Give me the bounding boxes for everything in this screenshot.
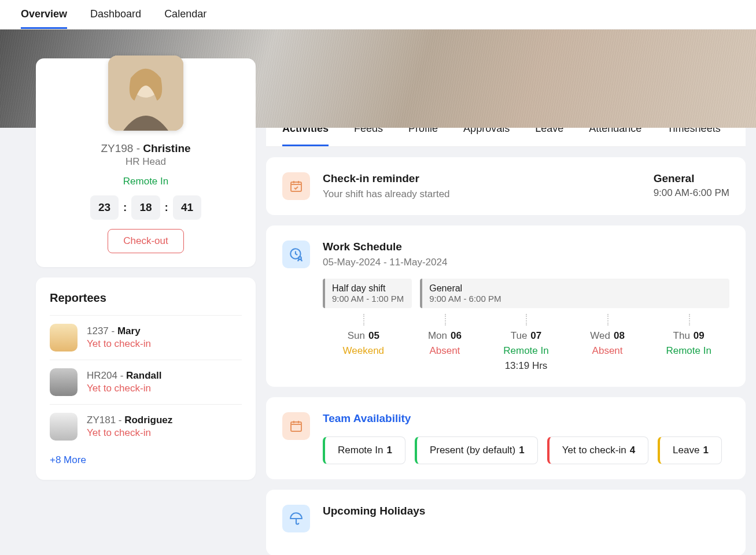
schedule-day: Tue07 Remote In 13:19 Hrs	[485, 314, 567, 372]
work-schedule-title: Work Schedule	[323, 240, 729, 253]
day-status: Absent	[404, 345, 486, 357]
timer-hours: 23	[90, 195, 119, 220]
shift-block: Half day shift 9:00 AM - 1:00 PM	[323, 279, 412, 308]
reportees-more-link[interactable]: +8 More	[50, 454, 86, 466]
profile-name: Christine	[143, 142, 190, 154]
umbrella-icon	[282, 505, 310, 532]
clock-user-icon	[282, 240, 310, 268]
timer-minutes: 18	[131, 195, 160, 220]
checkin-reminder-panel: Check-in reminder Your shift has already…	[266, 157, 746, 215]
timer-seconds: 41	[173, 195, 201, 220]
work-schedule-panel: Work Schedule 05-May-2024 - 11-May-2024 …	[266, 225, 746, 387]
reportee-avatar	[50, 413, 78, 441]
checkin-title: Check-in reminder	[323, 172, 641, 185]
checkin-shift-name: General	[654, 172, 729, 185]
work-timer: 23 : 18 : 41	[90, 195, 201, 220]
schedule-day: Wed08 Absent	[567, 314, 648, 372]
tab-dashboard[interactable]: Dashboard	[90, 0, 141, 29]
work-schedule-range: 05-May-2024 - 11-May-2024	[323, 257, 729, 268]
availability-pill-present[interactable]: Present (by default) 1	[415, 436, 538, 464]
reportee-name-line: ZY181 - Rodriguez	[87, 415, 172, 426]
schedule-day: Mon06 Absent	[404, 314, 486, 372]
profile-role: HR Head	[50, 156, 242, 168]
team-availability-panel: Team Availability Remote In 1 Present (b…	[266, 397, 746, 479]
reportee-status: Yet to check-in	[87, 427, 172, 439]
day-status: Remote In	[648, 345, 729, 357]
reportees-card: Reportees 1237 - Mary Yet to check-in HR…	[36, 278, 256, 480]
tab-calendar[interactable]: Calendar	[164, 0, 206, 29]
shift-block: General 9:00 AM - 6:00 PM	[420, 279, 729, 308]
day-status: Remote In	[485, 345, 567, 357]
reportee-row[interactable]: ZY181 - Rodriguez Yet to check-in	[50, 404, 242, 449]
profile-status: Remote In	[50, 176, 242, 187]
checkin-subtitle: Your shift has already started	[323, 188, 641, 200]
checkin-shift-time: 9:00 AM-6:00 PM	[654, 187, 729, 199]
calendar-check-icon	[282, 172, 310, 200]
schedule-day: Sun05 Weekend	[323, 314, 404, 372]
tab-overview[interactable]: Overview	[21, 0, 67, 29]
reportee-avatar	[50, 324, 78, 352]
calendar-icon	[282, 412, 310, 440]
reportee-avatar	[50, 368, 78, 396]
day-hours: 13:19 Hrs	[485, 360, 567, 372]
day-status: Absent	[567, 345, 648, 357]
svg-rect-5	[291, 422, 301, 431]
reportee-row[interactable]: HR204 - Randall Yet to check-in	[50, 360, 242, 404]
reportee-row[interactable]: 1237 - Mary Yet to check-in	[50, 315, 242, 360]
checkout-button[interactable]: Check-out	[108, 229, 183, 253]
schedule-day: Thu09 Remote In	[648, 314, 729, 372]
profile-id-name: ZY198 - Christine	[50, 142, 242, 155]
reportee-status: Yet to check-in	[87, 383, 161, 394]
availability-pill-leave[interactable]: Leave 1	[658, 436, 722, 464]
profile-avatar	[108, 56, 183, 131]
reportee-status: Yet to check-in	[87, 338, 151, 350]
holidays-title: Upcoming Holidays	[323, 505, 729, 517]
holidays-panel: Upcoming Holidays	[266, 490, 746, 555]
day-status: Weekend	[323, 345, 404, 357]
svg-rect-2	[291, 182, 301, 191]
reportees-title: Reportees	[50, 291, 242, 305]
availability-pill-yet[interactable]: Yet to check-in 4	[547, 436, 648, 464]
reportee-name-line: HR204 - Randall	[87, 370, 161, 382]
availability-pill-remote[interactable]: Remote In 1	[323, 436, 405, 464]
profile-id: ZY198 -	[101, 142, 143, 154]
top-nav-tabs: Overview Dashboard Calendar	[0, 0, 756, 29]
profile-card: ZY198 - Christine HR Head Remote In 23 :…	[36, 58, 256, 267]
team-availability-title[interactable]: Team Availability	[323, 412, 729, 425]
schedule-timeline: Sun05 Weekend Mon06 Absent Tue07 Remote …	[323, 314, 729, 372]
reportee-name-line: 1237 - Mary	[87, 325, 151, 337]
